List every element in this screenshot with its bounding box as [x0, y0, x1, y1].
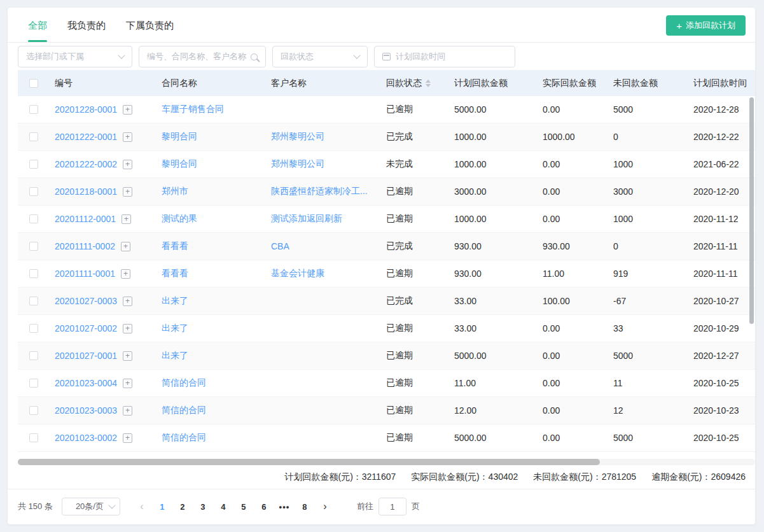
- keyword-search-input[interactable]: 编号、合同名称、客户名称: [139, 46, 266, 67]
- row-checkbox[interactable]: [29, 269, 38, 278]
- prev-page-icon[interactable]: ‹: [132, 501, 152, 512]
- plan-id-link[interactable]: 20201111-0002: [55, 241, 115, 251]
- row-checkbox[interactable]: [29, 132, 38, 141]
- plan-id-link[interactable]: 20201111-0001: [55, 269, 115, 279]
- row-checkbox[interactable]: [29, 379, 38, 388]
- next-page-icon[interactable]: ›: [315, 501, 335, 512]
- row-checkbox[interactable]: [29, 433, 38, 442]
- horizontal-scrollbar-track[interactable]: [18, 459, 755, 465]
- tab-mine[interactable]: 我负责的: [67, 8, 106, 42]
- contract-link[interactable]: 郑州市: [162, 186, 188, 197]
- contract-link[interactable]: 黎明合同: [162, 158, 197, 170]
- page-number-button[interactable]: 1: [152, 502, 172, 512]
- plan-id-link[interactable]: 20201222-0002: [55, 159, 117, 169]
- customer-link[interactable]: 陕西盛恒舒适家制冷工...: [271, 186, 368, 197]
- sort-icon[interactable]: [426, 80, 431, 87]
- page-number-button[interactable]: 4: [213, 502, 233, 512]
- plan-id-link[interactable]: 20201023-0004: [55, 378, 117, 388]
- status-select[interactable]: 回款状态: [272, 46, 368, 67]
- planned-amount-cell: 33.00: [454, 296, 543, 306]
- plan-id-link[interactable]: 20201112-0001: [55, 214, 116, 224]
- plan-id-link[interactable]: 20201027-0003: [55, 296, 117, 306]
- plan-id-link[interactable]: 20201228-0001: [55, 104, 117, 115]
- plan-id-link[interactable]: 20201218-0001: [55, 186, 117, 197]
- contract-link[interactable]: 出来了: [162, 295, 188, 307]
- department-select[interactable]: 选择部门或下属: [18, 46, 132, 67]
- row-checkbox[interactable]: [29, 351, 38, 360]
- summary-item: 实际回款金额(元)：430402: [411, 472, 518, 483]
- expand-icon[interactable]: +: [122, 214, 131, 224]
- expand-icon[interactable]: +: [123, 433, 132, 443]
- page-number-button[interactable]: 6: [254, 502, 274, 512]
- pager-ellipsis[interactable]: •••: [274, 502, 295, 512]
- unpaid-amount-cell: 11: [613, 378, 693, 388]
- contract-link[interactable]: 看看看: [162, 241, 188, 252]
- row-checkbox[interactable]: [29, 160, 38, 169]
- row-checkbox[interactable]: [29, 324, 38, 333]
- contract-link[interactable]: 看看看: [162, 268, 188, 279]
- plan-id-link[interactable]: 20201222-0001: [55, 132, 117, 142]
- customer-link[interactable]: 郑州黎明公司: [271, 131, 324, 143]
- add-collection-plan-button[interactable]: + 添加回款计划: [666, 15, 746, 36]
- expand-icon[interactable]: +: [121, 242, 130, 251]
- row-checkbox[interactable]: [29, 105, 38, 114]
- expand-icon[interactable]: +: [123, 160, 132, 169]
- row-checkbox[interactable]: [29, 297, 38, 305]
- row-checkbox[interactable]: [29, 242, 38, 251]
- contract-link[interactable]: 出来了: [162, 350, 188, 361]
- plan-id-link[interactable]: 20201023-0003: [55, 405, 117, 416]
- contract-link[interactable]: 简信的合同: [162, 432, 206, 444]
- contract-link[interactable]: 简信的合同: [162, 377, 206, 389]
- select-all-checkbox[interactable]: [29, 79, 38, 88]
- expand-icon[interactable]: +: [123, 324, 132, 333]
- row-checkbox[interactable]: [29, 406, 38, 415]
- status-cell: 未完成: [386, 158, 454, 170]
- page-number-button[interactable]: 5: [233, 502, 254, 512]
- column-header-status[interactable]: 回款状态: [386, 78, 454, 89]
- page-number-button[interactable]: 8: [295, 502, 315, 512]
- expand-icon[interactable]: +: [123, 379, 132, 388]
- expand-icon[interactable]: +: [123, 132, 132, 142]
- unpaid-amount-cell: 5000: [613, 351, 693, 361]
- collection-plan-panel: 全部 我负责的 下属负责的 + 添加回款计划 选择部门或下属 编号、合同名称、客…: [8, 8, 755, 524]
- table-row: 20201023-0002+简信的合同已逾期5000.000.005000202…: [18, 424, 755, 452]
- actual-amount-cell: 1000.00: [543, 132, 613, 142]
- expand-icon[interactable]: +: [123, 351, 132, 361]
- unpaid-amount-cell: 0: [613, 132, 693, 142]
- planned-date-cell: 2020-11-11: [693, 269, 755, 279]
- planned-date-picker[interactable]: 计划回款时间: [374, 46, 515, 67]
- customer-link[interactable]: 郑州黎明公司: [271, 158, 324, 170]
- contract-link[interactable]: 测试的果: [162, 213, 197, 225]
- expand-icon[interactable]: +: [123, 187, 132, 197]
- contract-link[interactable]: 出来了: [162, 323, 188, 334]
- expand-icon[interactable]: +: [123, 406, 132, 416]
- planned-date-cell: 2020-12-20: [693, 186, 755, 197]
- horizontal-scrollbar-thumb[interactable]: [18, 459, 600, 465]
- contract-link[interactable]: 黎明合同: [162, 131, 197, 143]
- contract-link[interactable]: 简信的合同: [162, 405, 206, 416]
- goto-page-input[interactable]: [379, 498, 406, 515]
- page-number-button[interactable]: 3: [193, 502, 213, 512]
- row-checkbox[interactable]: [29, 187, 38, 196]
- expand-icon[interactable]: +: [123, 105, 132, 115]
- plan-id-link[interactable]: 20201023-0002: [55, 433, 117, 443]
- contract-link[interactable]: 车厘子销售合同: [162, 104, 224, 115]
- page-number-button[interactable]: 2: [172, 502, 193, 512]
- vertical-scrollbar-thumb[interactable]: [749, 97, 754, 324]
- customer-link[interactable]: 基金会计健康: [271, 268, 324, 279]
- planned-amount-cell: 930.00: [454, 241, 543, 251]
- row-checkbox[interactable]: [29, 214, 38, 223]
- plan-id-link[interactable]: 20201027-0001: [55, 351, 117, 361]
- expand-icon[interactable]: +: [123, 297, 132, 306]
- customer-link[interactable]: CBA: [271, 241, 289, 251]
- planned-date-cell: 2020-11-12: [693, 214, 755, 224]
- expand-icon[interactable]: +: [121, 269, 130, 279]
- planned-date-cell: 2020-10-25: [693, 433, 755, 443]
- page-size-select[interactable]: 20条/页: [62, 498, 120, 515]
- department-placeholder: 选择部门或下属: [26, 51, 119, 62]
- tab-subordinates[interactable]: 下属负责的: [126, 8, 174, 42]
- plan-id-link[interactable]: 20201027-0002: [55, 323, 117, 333]
- customer-link[interactable]: 测试添加返回刷新: [271, 213, 342, 225]
- collection-plan-table: 编号合同名称客户名称回款状态计划回款金额实际回款金额未回款金额计划回款时间 20…: [18, 70, 755, 452]
- tab-all[interactable]: 全部: [28, 8, 47, 42]
